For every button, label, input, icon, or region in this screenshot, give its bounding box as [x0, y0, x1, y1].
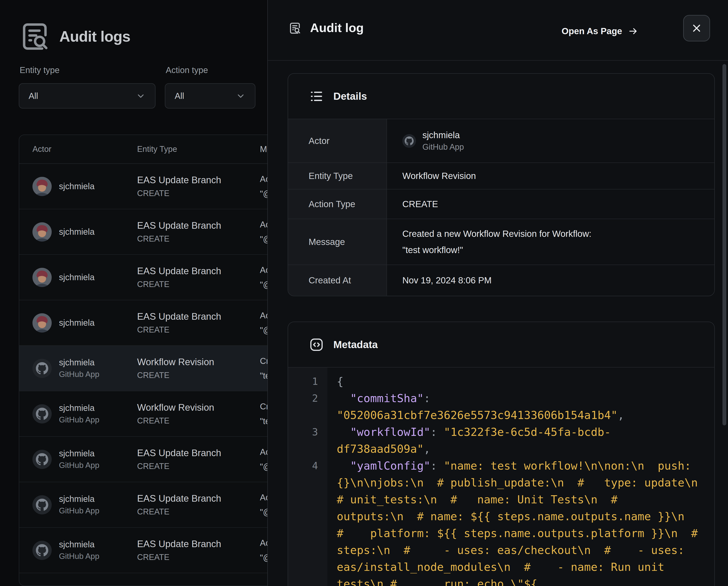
audit-log-icon [288, 21, 302, 35]
detail-actor-subtitle: GitHub App [422, 143, 464, 152]
actor-names: sjchmiela [59, 273, 95, 282]
user-photo-avatar [32, 268, 52, 287]
actor-subtitle: GitHub App [59, 461, 99, 470]
github-avatar-icon [36, 544, 48, 557]
line-number: 1 [288, 373, 328, 390]
actor-name: sjchmiela [59, 449, 99, 458]
actor-cell: sjchmiela GitHub App [19, 403, 137, 424]
action-type-value: CREATE [137, 462, 260, 471]
metadata-code: 1{2 "commitSha": "052006a31cbf7e3626e557… [288, 367, 714, 586]
entity-type-value: Workflow Revision [137, 584, 260, 586]
github-avatar-icon [36, 499, 48, 511]
message-line-2: "test workflow!" [402, 245, 463, 255]
actor-names: sjchmiela GitHub App [59, 403, 99, 424]
code-line: 3 "workflowId": "1c322f3e-6c5d-45fa-bcdb… [288, 424, 714, 457]
detail-actor-name: sjchmiela [422, 130, 464, 140]
detail-label: Action Type [288, 189, 387, 219]
detail-row-entity-type: Entity Type Workflow Revision [288, 163, 714, 189]
entity-type-value: EAS Update Branch [137, 493, 260, 504]
actor-subtitle: GitHub App [59, 552, 99, 561]
actor-cell: sjchmiela GitHub App [19, 494, 137, 515]
detail-label: Actor [288, 119, 387, 162]
entity-cell: EAS Update Branch CREATE [137, 266, 260, 289]
user-photo-avatar [32, 222, 52, 241]
user-photo-avatar [32, 313, 52, 332]
close-panel-button[interactable] [683, 15, 710, 42]
entity-type-value: EAS Update Branch [137, 266, 260, 276]
detail-value-actor: sjchmiela GitHub App [387, 119, 714, 162]
entity-cell: EAS Update Branch CREATE [137, 539, 260, 562]
line-number: 4 [288, 457, 328, 474]
code-icon [309, 337, 324, 352]
detail-row-action-type: Action Type CREATE [288, 189, 714, 219]
github-avatar-icon [36, 453, 48, 465]
actor-avatar [32, 404, 52, 424]
actor-avatar [32, 450, 52, 469]
details-card: Details Actor sjchmiela GitHub App Entit… [288, 73, 715, 296]
actor-name: sjchmiela [59, 227, 95, 237]
actor-avatar [32, 222, 52, 241]
arrow-right-icon [628, 26, 638, 36]
code-text: { [328, 373, 714, 390]
entity-type-value: Workflow Revision [137, 357, 260, 367]
message-line-1: Created a new Workflow Revision for Work… [402, 229, 591, 239]
actor-avatar [32, 359, 52, 378]
chevron-down-icon [236, 91, 245, 101]
audit-logs-icon [19, 21, 51, 53]
detail-row-created-at: Created At Nov 19, 2024 8:06 PM [288, 265, 714, 296]
code-line: 4 "yamlConfig": "name: test workflow!\n\… [288, 457, 714, 586]
actor-name: sjchmiela [59, 540, 99, 549]
detail-label: Created At [288, 265, 387, 296]
actor-name: sjchmiela [59, 403, 99, 413]
entity-cell: Workflow Revision CREATE [137, 357, 260, 380]
actor-names: sjchmiela GitHub App [59, 358, 99, 379]
detail-value-entity-type: Workflow Revision [387, 163, 714, 189]
action-type-value: CREATE [137, 507, 260, 516]
entity-cell: EAS Update Branch CREATE [137, 220, 260, 244]
header-entity-type: Entity Type [137, 145, 260, 154]
actor-name: sjchmiela [59, 358, 99, 367]
entity-type-value: EAS Update Branch [137, 175, 260, 185]
action-type-select-value: All [175, 91, 184, 101]
entity-type-value: EAS Update Branch [137, 448, 260, 458]
entity-type-value: EAS Update Branch [137, 311, 260, 322]
action-type-value: CREATE [137, 371, 260, 380]
actor-subtitle: GitHub App [59, 506, 99, 515]
detail-label: Entity Type [288, 163, 387, 189]
actor-names: sjchmiela [59, 318, 95, 328]
detail-row-message: Message Created a new Workflow Revision … [288, 219, 714, 265]
detail-value-created-at: Nov 19, 2024 8:06 PM [387, 265, 714, 296]
action-type-value: CREATE [137, 280, 260, 289]
github-avatar [402, 134, 416, 148]
action-type-filter-label: Action type [166, 65, 208, 75]
detail-value-action-type: CREATE [387, 189, 714, 219]
line-number: 2 [288, 390, 328, 407]
page-title-row: Audit logs [19, 21, 130, 53]
panel-title: Audit log [310, 21, 364, 35]
open-as-page-button[interactable]: Open As Page [562, 26, 638, 36]
entity-type-select[interactable]: All [19, 83, 155, 108]
details-card-header: Details [288, 74, 714, 119]
action-type-value: CREATE [137, 553, 260, 562]
entity-cell: EAS Update Branch CREATE [137, 493, 260, 516]
actor-name: sjchmiela [59, 273, 95, 282]
action-type-value: CREATE [137, 234, 260, 244]
detail-value-message: Created a new Workflow Revision for Work… [387, 219, 714, 264]
code-line: 2 "commitSha": "052006a31cbf7e3626e5573c… [288, 390, 714, 424]
detail-label: Message [288, 219, 387, 264]
actor-name: sjchmiela [59, 494, 99, 504]
code-line: 1{ [288, 373, 714, 390]
details-title: Details [333, 90, 367, 102]
actor-cell: sjchmiela [19, 177, 137, 196]
panel-header: Audit log Open As Page [268, 0, 728, 61]
panel-scrollbar-thumb[interactable] [723, 64, 726, 426]
action-type-select[interactable]: All [165, 83, 255, 108]
github-logo-icon [405, 136, 414, 146]
list-icon [309, 89, 324, 104]
detail-row-actor: Actor sjchmiela GitHub App [288, 119, 714, 163]
action-type-value: CREATE [137, 189, 260, 198]
action-type-value: CREATE [137, 325, 260, 334]
metadata-title: Metadata [333, 339, 378, 351]
actor-names: sjchmiela GitHub App [59, 540, 99, 561]
action-type-value: CREATE [137, 416, 260, 426]
